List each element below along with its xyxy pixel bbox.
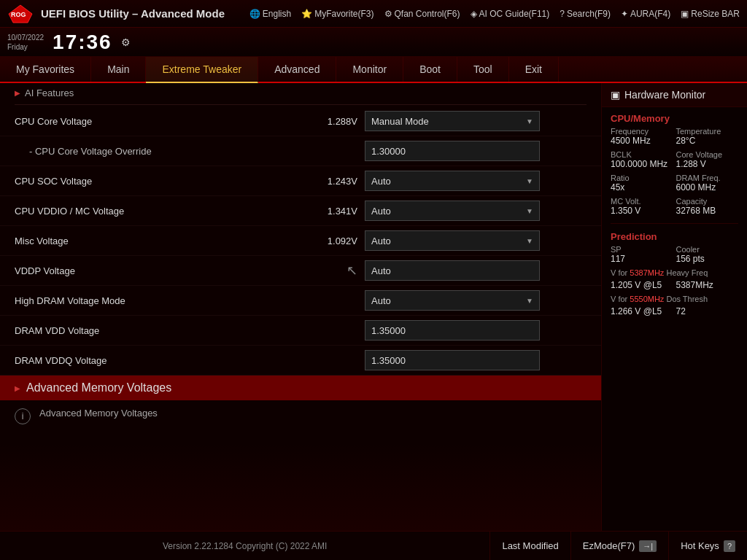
language-label: English: [263, 9, 291, 19]
cpu-vddio-voltage-row: CPU VDDIO / MC Voltage 1.341V Auto ▼: [0, 196, 601, 226]
cpu-vddio-voltage-dropdown[interactable]: Auto ▼: [365, 201, 540, 221]
cpu-core-voltage-value: 1.288V: [306, 116, 365, 127]
ai-features-section[interactable]: ▶ AI Features: [0, 83, 601, 103]
clock-bar: 10/07/2022 Friday 17:36 ⚙: [0, 28, 747, 57]
misc-voltage-control: Auto ▼: [365, 230, 587, 251]
cpu-core-voltage-row: CPU Core Voltage 1.288V Manual Mode ▼: [0, 106, 601, 136]
footer-version: Version 2.22.1284 Copyright (C) 2022 AMI: [0, 541, 489, 551]
resize-bar-label: ReSize BAR: [691, 9, 740, 19]
v-for-5550-label: V for 5550MHz Dos Thresh: [611, 295, 738, 303]
last-modified-button[interactable]: Last Modified: [489, 532, 570, 560]
bclk-value: 100.0000 MHz: [611, 159, 673, 169]
tab-advanced[interactable]: Advanced: [258, 57, 336, 82]
tab-my-favorites[interactable]: My Favorites: [0, 57, 91, 82]
hw-ratio-dram-grid: Ratio 45x DRAM Freq. 6000 MHz: [602, 174, 747, 197]
cpu-vddio-voltage-control: Auto ▼: [365, 201, 587, 221]
5387mhz-highlight: 5387MHz: [630, 268, 664, 277]
dos-thresh-value: 72: [676, 306, 739, 316]
clock-display: 17:36: [53, 31, 112, 54]
qfan-button[interactable]: ⚙ Qfan Control(F6): [384, 9, 460, 19]
cpu-soc-voltage-dropdown-value: Auto: [371, 176, 391, 187]
dram-vdd-voltage-input[interactable]: 1.35000: [365, 320, 540, 341]
aura-button[interactable]: ✦ AURA(F4): [621, 9, 670, 19]
cpu-core-voltage-override-input[interactable]: 1.30000: [365, 141, 540, 161]
vddp-voltage-row: VDDP Voltage ↖ Auto: [0, 256, 601, 286]
dropdown-arrow-icon-5: ▼: [526, 297, 533, 305]
core-voltage-value: 1.288 V: [676, 159, 739, 169]
info-row: i Advanced Memory Voltages: [0, 400, 601, 432]
heavy-freq-value: 5387MHz: [676, 280, 739, 290]
dram-vdd-voltage-label: DRAM VDD Voltage: [15, 325, 306, 336]
rog-logo-icon: ROG: [7, 4, 34, 24]
tab-main[interactable]: Main: [91, 57, 146, 82]
dram-vddq-voltage-label: DRAM VDDQ Voltage: [15, 355, 306, 366]
cpu-soc-voltage-row: CPU SOC Voltage 1.243V Auto ▼: [0, 166, 601, 196]
info-icon: i: [15, 408, 31, 424]
tab-exit[interactable]: Exit: [509, 57, 559, 82]
main-layout: ▶ AI Features CPU Core Voltage 1.288V Ma…: [0, 83, 747, 531]
tab-monitor[interactable]: Monitor: [336, 57, 403, 82]
monitor-icon: ▣: [611, 89, 620, 101]
dram-vddq-voltage-input[interactable]: 1.35000: [365, 350, 540, 370]
dram-freq-value: 6000 MHz: [676, 182, 739, 192]
advanced-memory-voltages-section[interactable]: ▶ Advanced Memory Voltages: [0, 376, 601, 400]
cpu-vddio-voltage-value: 1.341V: [306, 206, 365, 217]
search-label: Search(F9): [567, 9, 611, 19]
cpu-core-voltage-override-label: - CPU Core Voltage Override: [15, 146, 306, 157]
dram-vddq-voltage-input-value: 1.35000: [371, 355, 406, 366]
cpu-soc-voltage-label: CPU SOC Voltage: [15, 176, 306, 187]
vddp-voltage-input-value: Auto: [371, 265, 391, 276]
mc-volt-label: MC Volt.: [611, 197, 673, 206]
resize-bar-button[interactable]: ▣ ReSize BAR: [681, 9, 740, 19]
core-voltage-label: Core Voltage: [676, 150, 739, 159]
header-bar: ROG UEFI BIOS Utility – Advanced Mode 🌐 …: [0, 0, 747, 28]
dram-freq-label: DRAM Freq.: [676, 174, 739, 182]
capacity-value: 32768 MB: [676, 206, 739, 216]
hardware-monitor-panel: ▣ Hardware Monitor CPU/Memory Frequency …: [601, 83, 747, 531]
misc-voltage-dropdown-value: Auto: [371, 236, 391, 246]
my-favorite-button[interactable]: ⭐ MyFavorite(F3): [301, 9, 374, 19]
high-dram-voltage-mode-control: Auto ▼: [365, 290, 587, 311]
prediction-title: Prediction: [602, 227, 747, 245]
svg-text:ROG: ROG: [11, 11, 26, 18]
hw-monitor-title-text: Hardware Monitor: [624, 89, 705, 101]
hw-sp-cooler-grid: SP 117 Cooler 156 pts: [602, 245, 747, 268]
dropdown-arrow-icon-4: ▼: [526, 237, 533, 245]
ez-mode-label: EzMode(F7): [583, 540, 635, 551]
misc-voltage-value: 1.092V: [306, 236, 365, 246]
tab-tool[interactable]: Tool: [457, 57, 509, 82]
qfan-label: Qfan Control(F6): [395, 9, 460, 19]
hot-keys-button[interactable]: Hot Keys ?: [668, 532, 747, 560]
dram-vddq-voltage-control: 1.35000: [365, 350, 587, 370]
high-dram-voltage-mode-label: High DRAM Voltage Mode: [15, 295, 306, 306]
cpu-core-voltage-override-row: - CPU Core Voltage Override 1.30000: [0, 136, 601, 166]
search-button[interactable]: ? Search(F9): [560, 9, 611, 19]
cpu-memory-section-title: CPU/Memory: [602, 107, 747, 127]
high-dram-voltage-mode-dropdown[interactable]: Auto ▼: [365, 290, 540, 311]
mc-volt-value: 1.350 V: [611, 206, 673, 216]
misc-voltage-dropdown[interactable]: Auto ▼: [365, 230, 540, 251]
tab-boot[interactable]: Boot: [403, 57, 457, 82]
info-text: Advanced Memory Voltages: [39, 408, 158, 419]
vddp-voltage-input[interactable]: Auto: [365, 260, 540, 281]
tab-extreme-tweaker[interactable]: Extreme Tweaker: [146, 57, 258, 83]
ratio-value: 45x: [611, 182, 673, 192]
content-area: ▶ AI Features CPU Core Voltage 1.288V Ma…: [0, 83, 601, 531]
cpu-core-voltage-dropdown[interactable]: Manual Mode ▼: [365, 111, 540, 131]
ez-mode-arrow-icon: →|: [639, 540, 657, 552]
cpu-soc-voltage-dropdown[interactable]: Auto ▼: [365, 171, 540, 191]
hot-keys-icon: ?: [724, 540, 735, 552]
resize-icon: ▣: [681, 9, 689, 19]
cooler-label: Cooler: [676, 245, 739, 254]
hw-divider: [611, 223, 738, 224]
ai-oc-button[interactable]: ◈ AI OC Guide(F11): [471, 9, 550, 19]
footer-right: Last Modified EzMode(F7) →| Hot Keys ?: [489, 532, 747, 560]
hw-bclk-corevolt-grid: BCLK 100.0000 MHz Core Voltage 1.288 V: [602, 150, 747, 174]
search-icon: ?: [560, 9, 565, 19]
language-selector[interactable]: 🌐 English: [249, 9, 291, 19]
ez-mode-button[interactable]: EzMode(F7) →|: [570, 532, 668, 560]
cpu-vddio-voltage-dropdown-value: Auto: [371, 206, 391, 217]
my-favorite-label: MyFavorite(F3): [314, 9, 374, 19]
cpu-soc-voltage-control: Auto ▼: [365, 171, 587, 191]
clock-settings-icon[interactable]: ⚙: [121, 36, 131, 48]
